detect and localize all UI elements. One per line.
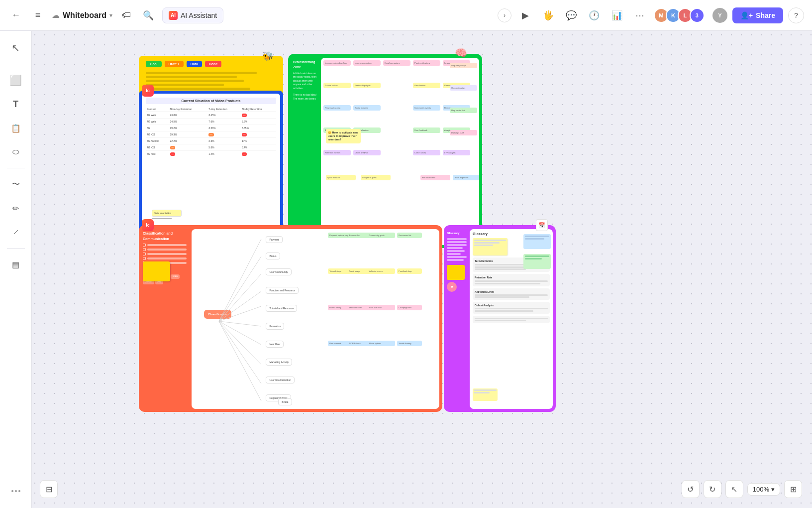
blue-table-title: Current Situation of Video Products bbox=[146, 98, 276, 104]
brainstorming-zone-text: A little brain ideas on the sticky notes… bbox=[293, 72, 316, 91]
share-button[interactable]: 👤+ Share bbox=[732, 7, 783, 23]
table-row: 5G 19.2% 3.56% 3.65% bbox=[146, 125, 276, 131]
purple-sticky-blue-1 bbox=[523, 234, 551, 249]
table-row: 4G mac — 1.4% — bbox=[146, 151, 276, 157]
share-label: Share bbox=[756, 11, 775, 19]
shape-tool[interactable]: ⬭ bbox=[5, 141, 27, 163]
sticky-yellow-1: Tutorial videos bbox=[323, 83, 351, 88]
more-dots bbox=[11, 490, 20, 492]
header: ← ≡ ☁ Whiteboard ▾ 🏷 🔍 AI AI Assistant ›… bbox=[0, 0, 812, 31]
table-row: 4G Web 24.5% 7.6% 3.5% bbox=[146, 119, 276, 125]
table-row: 4G Web 23.8% 3.45% — bbox=[146, 112, 276, 119]
orange-frame-logo: lc bbox=[142, 219, 154, 231]
more-options-button[interactable]: ⋯ bbox=[631, 6, 649, 24]
blue-annotation: Note annotation bbox=[152, 210, 182, 222]
toolbar-expand-button[interactable]: › bbox=[498, 8, 511, 22]
table-row: 4G Android 22.2% 2.6% 17% bbox=[146, 138, 276, 144]
canvas[interactable]: 🐝 Goal Draft 1 Data Done lc Current Situ… bbox=[32, 31, 812, 508]
sticky-purple-4: LTV analysis bbox=[443, 150, 470, 155]
ai-assistant-button[interactable]: AI AI Assistant bbox=[162, 7, 223, 23]
select-button[interactable]: ↖ bbox=[725, 480, 743, 498]
svg-line-0 bbox=[219, 239, 261, 321]
flow-bonus: Bonus bbox=[266, 253, 280, 259]
flow-new-user: New User bbox=[266, 341, 284, 348]
flow-share: Share bbox=[278, 398, 292, 405]
zoom-value: 100% bbox=[753, 486, 769, 493]
flow-function: Function and Resource bbox=[266, 287, 299, 294]
svg-line-7 bbox=[219, 321, 261, 365]
sticky-purple-2: Churn analysis bbox=[353, 150, 381, 155]
zoom-dropdown-icon: ▾ bbox=[771, 486, 775, 493]
sticky-right-4: Daily tips push bbox=[450, 130, 477, 135]
zoom-level[interactable]: 100% ▾ bbox=[747, 483, 780, 496]
cursor-tool[interactable]: ↖ bbox=[5, 37, 27, 59]
sticky-tool[interactable]: 📋 bbox=[5, 117, 27, 139]
text-tool[interactable]: T bbox=[5, 93, 27, 115]
undo-button[interactable]: ↺ bbox=[682, 480, 700, 498]
redo-button[interactable]: ↻ bbox=[704, 480, 721, 498]
purple-yellow-sticky bbox=[447, 265, 465, 280]
svg-line-6 bbox=[219, 321, 261, 345]
sticky-flow-p4: Campaign A/B bbox=[397, 305, 422, 310]
orange-frame[interactable]: lc Classification and Communication Tags… bbox=[139, 225, 442, 412]
purple-sticky-green bbox=[523, 254, 551, 269]
purple-note-3: Activation Event bbox=[473, 288, 550, 300]
green-left-panel: Brainstorming Zone A little brain ideas … bbox=[291, 58, 318, 103]
brain-icon: 🧠 bbox=[455, 47, 467, 59]
sticky-right-1: Upgrade prompt bbox=[450, 63, 477, 68]
sidebar-divider-2 bbox=[7, 168, 25, 168]
purple-note-4: Cohort Analysis bbox=[473, 302, 550, 314]
orange-title: Classification and Communication bbox=[143, 231, 187, 242]
svg-line-8 bbox=[219, 321, 261, 383]
title-area[interactable]: ☁ Whiteboard ▾ bbox=[52, 10, 112, 20]
help-button[interactable]: ? bbox=[788, 7, 804, 23]
tag-button[interactable]: 🏷 bbox=[118, 7, 134, 23]
frame-tool[interactable]: ⬜ bbox=[5, 69, 27, 91]
chip-green: Goal bbox=[146, 61, 162, 67]
sticky-flow-y4: Feedback loop bbox=[397, 268, 422, 274]
col-product: Product bbox=[146, 107, 169, 112]
col-nonday: Non-day Retention bbox=[169, 107, 208, 112]
back-button[interactable]: ← bbox=[8, 7, 24, 23]
pen-tool[interactable]: 〜 bbox=[5, 173, 27, 195]
table-row: 4G iOS — 5.8% 3.4% bbox=[146, 144, 276, 151]
green-inner-area: 😊 How to activate new users to improve t… bbox=[321, 58, 479, 245]
green-frame[interactable]: 🧠 Brainstorming Zone A little brain idea… bbox=[288, 54, 482, 248]
flow-user-info: User Info Collection bbox=[266, 377, 295, 383]
comment-button[interactable]: 💬 bbox=[562, 6, 580, 24]
classify-node: Classification bbox=[204, 310, 231, 319]
chart-button[interactable]: 📊 bbox=[608, 6, 626, 24]
flow-marketing: Marketing Activity bbox=[266, 359, 292, 366]
share-icon: 👤+ bbox=[740, 11, 753, 19]
sidebar-divider-1 bbox=[7, 64, 25, 64]
history-button[interactable]: 🕐 bbox=[585, 6, 603, 24]
col-7day: 7-day Retention bbox=[207, 107, 241, 112]
header-left: ← ≡ ☁ Whiteboard ▾ 🏷 🔍 AI AI Assistant bbox=[8, 7, 223, 23]
orange-inner-area: Classification Payment Bonus User Commun… bbox=[192, 229, 439, 409]
sidebar-divider-3 bbox=[7, 248, 25, 249]
connector-tool[interactable]: ⟋ bbox=[5, 221, 27, 243]
hand-tool-button[interactable]: 🖐 bbox=[539, 6, 557, 24]
sticky-pink-2: User segmentation bbox=[353, 60, 381, 66]
flow-community: User Community bbox=[266, 268, 291, 275]
sticky-pink-4: Push notifications bbox=[413, 60, 440, 66]
sticky-blue-2: Social features bbox=[353, 105, 381, 111]
purple-frame[interactable]: 📅 Glossary Term Definition bbox=[444, 225, 556, 412]
more-tools-button[interactable] bbox=[5, 480, 27, 502]
blue-frame[interactable]: lc Current Situation of Video Products P… bbox=[139, 91, 283, 245]
sticky-flow-g4: Resources list bbox=[397, 233, 422, 238]
avatar-count: 3 bbox=[690, 8, 705, 23]
list-tool[interactable]: ▤ bbox=[5, 254, 27, 275]
whiteboard-title: Whiteboard bbox=[63, 11, 106, 20]
flow-payment: Payment bbox=[266, 236, 283, 243]
orange-left-panel: Classification and Communication Tags UX… bbox=[141, 229, 189, 286]
menu-button[interactable]: ≡ bbox=[30, 7, 46, 23]
sticky-yellow-2: Feature highlights bbox=[353, 83, 381, 88]
purple-notes: Term Definition Retention Rate Activatio… bbox=[473, 238, 550, 323]
yellow-line-5 bbox=[146, 88, 250, 90]
play-button[interactable]: ▶ bbox=[516, 6, 534, 24]
search-button[interactable]: 🔍 bbox=[140, 7, 156, 23]
frame-navigator-button[interactable]: ⊟ bbox=[40, 480, 58, 498]
pencil-tool[interactable]: ✏ bbox=[5, 197, 27, 219]
minimap-button[interactable]: ⊞ bbox=[784, 480, 802, 498]
